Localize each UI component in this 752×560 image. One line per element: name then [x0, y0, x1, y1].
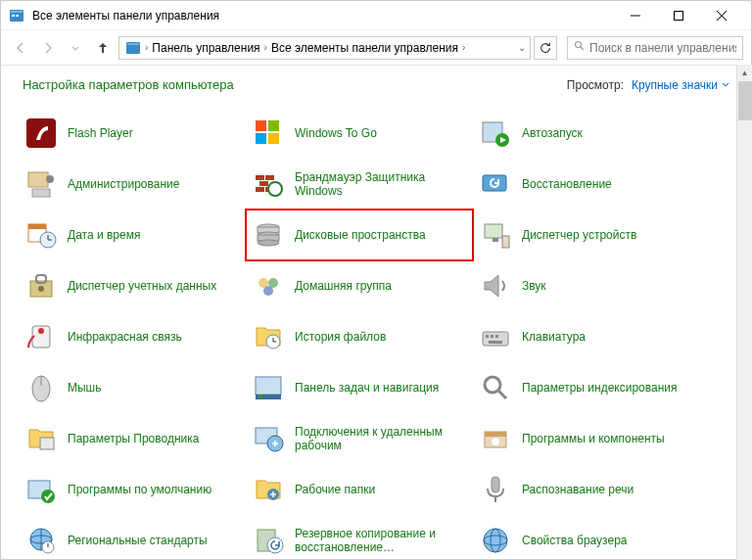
item-sound[interactable]: Звук: [473, 260, 700, 311]
svg-rect-22: [256, 175, 264, 180]
item-label: Автозапуск: [522, 126, 583, 140]
programs-icon: [479, 422, 512, 455]
svg-point-38: [258, 240, 279, 246]
item-label: Звук: [522, 279, 546, 293]
forward-button[interactable]: [36, 36, 60, 60]
item-storage-spaces[interactable]: Дисковые пространства: [246, 210, 473, 260]
svg-rect-3: [16, 15, 19, 17]
item-label: Распознавание речи: [522, 483, 634, 496]
recent-dropdown[interactable]: [64, 36, 87, 60]
breadcrumb-seg-2[interactable]: Все элементы панели управления: [269, 41, 460, 55]
device-manager-icon: [479, 218, 512, 252]
work-folders-icon: [252, 473, 285, 506]
item-label: Дисковые пространства: [295, 228, 426, 242]
item-remote-connections[interactable]: Подключения к удаленным рабочим: [246, 413, 473, 464]
item-date-time[interactable]: Дата и время: [19, 210, 246, 260]
item-default-programs[interactable]: Программы по умолчанию: [19, 464, 246, 515]
storage-spaces-icon: [252, 218, 285, 252]
breadcrumb[interactable]: › Панель управления › Все элементы панел…: [118, 36, 531, 60]
item-label: Подключения к удаленным рабочим: [295, 425, 467, 453]
refresh-button[interactable]: [534, 36, 557, 60]
item-mouse[interactable]: Мышь: [19, 362, 246, 413]
scrollbar[interactable]: ▲: [736, 65, 752, 560]
item-label: Windows To Go: [295, 126, 377, 140]
svg-point-27: [268, 182, 282, 196]
item-label: Восстановление: [522, 177, 612, 191]
item-explorer-options[interactable]: Параметры Проводника: [19, 413, 246, 464]
item-label: Мышь: [68, 381, 102, 395]
item-credential-manager[interactable]: Диспетчер учетных данных: [19, 260, 246, 311]
chevron-down-icon[interactable]: ⌄: [518, 42, 526, 53]
svg-point-83: [484, 529, 507, 552]
item-homegroup[interactable]: Домашняя группа: [246, 260, 473, 311]
maximize-button[interactable]: [657, 2, 700, 29]
titlebar: Все элементы панели управления: [1, 1, 751, 30]
item-admin-tools[interactable]: Администрирование: [19, 159, 246, 210]
chevron-right-icon[interactable]: ›: [462, 42, 465, 53]
window-buttons: [614, 2, 743, 29]
back-button[interactable]: [9, 36, 32, 60]
item-device-manager[interactable]: Диспетчер устройств: [473, 210, 700, 260]
item-windows-to-go[interactable]: Windows To Go: [246, 108, 473, 159]
keyboard-icon: [479, 320, 512, 353]
svg-rect-19: [28, 172, 48, 187]
item-recovery[interactable]: Восстановление: [473, 159, 700, 210]
svg-line-11: [581, 47, 584, 50]
item-internet-options[interactable]: Свойства браузера: [473, 515, 700, 559]
breadcrumb-seg-1[interactable]: Панель управления: [150, 41, 261, 55]
svg-rect-60: [256, 377, 281, 395]
firewall-icon: [252, 167, 285, 201]
svg-point-44: [38, 286, 44, 292]
flash-player-icon: [24, 117, 58, 150]
up-button[interactable]: [91, 36, 115, 60]
search-input[interactable]: [589, 41, 736, 55]
item-label: Flash Player: [68, 126, 133, 140]
item-label: Администрирование: [68, 177, 179, 191]
svg-rect-65: [40, 438, 54, 449]
item-label: Резервное копирование и восстановление…: [295, 527, 467, 555]
item-infrared[interactable]: Инфракрасная связь: [19, 311, 246, 362]
svg-point-47: [263, 286, 273, 296]
svg-rect-20: [32, 189, 50, 197]
svg-rect-41: [502, 236, 509, 248]
item-keyboard[interactable]: Клавиатура: [473, 311, 700, 362]
window: Все элементы панели управления › Панель …: [0, 0, 752, 560]
item-label: Программы по умолчанию: [68, 483, 212, 496]
scrollbar-thumb[interactable]: [738, 81, 752, 120]
item-taskbar-navigation[interactable]: Панель задач и навигация: [246, 362, 473, 413]
item-file-history[interactable]: История файлов: [246, 311, 473, 362]
svg-line-64: [498, 391, 506, 398]
svg-rect-5: [675, 11, 683, 20]
scroll-up-icon[interactable]: ▲: [737, 65, 752, 80]
close-button[interactable]: [700, 2, 743, 29]
minimize-button[interactable]: [614, 2, 657, 29]
item-firewall[interactable]: Брандмауэр Защитника Windows: [246, 159, 473, 210]
view-value: Крупные значки: [632, 78, 718, 92]
item-region[interactable]: Региональные стандарты: [19, 515, 246, 559]
svg-rect-57: [489, 341, 502, 344]
file-history-icon: [252, 320, 285, 353]
item-indexing-options[interactable]: Параметры индексирования: [473, 362, 700, 413]
item-backup-restore[interactable]: Резервное копирование и восстановление…: [246, 515, 473, 559]
item-label: Диспетчер учетных данных: [68, 279, 216, 293]
item-programs-features[interactable]: Программы и компоненты: [473, 413, 700, 464]
admin-tools-icon: [24, 167, 58, 201]
view-dropdown[interactable]: Крупные значки: [632, 78, 729, 92]
chevron-right-icon[interactable]: ›: [145, 42, 148, 53]
breadcrumb-root-icon[interactable]: [123, 40, 143, 56]
chevron-right-icon[interactable]: ›: [264, 42, 267, 53]
chevron-down-icon: [722, 81, 729, 89]
item-flash-player[interactable]: Flash Player: [19, 108, 246, 159]
search-box[interactable]: [567, 36, 743, 60]
svg-point-21: [46, 175, 54, 183]
svg-rect-30: [28, 224, 46, 229]
item-speech-recognition[interactable]: Распознавание речи: [473, 464, 700, 515]
item-autoplay[interactable]: Автозапуск: [473, 108, 700, 159]
credential-manager-icon: [24, 269, 58, 303]
svg-rect-55: [491, 335, 494, 338]
content-area: Flash Player Windows To Go Автозапуск Ад…: [1, 100, 751, 559]
item-work-folders[interactable]: Рабочие папки: [246, 464, 473, 515]
autoplay-icon: [479, 117, 512, 150]
window-title: Все элементы панели управления: [32, 9, 614, 23]
item-label: Параметры индексирования: [522, 381, 677, 395]
